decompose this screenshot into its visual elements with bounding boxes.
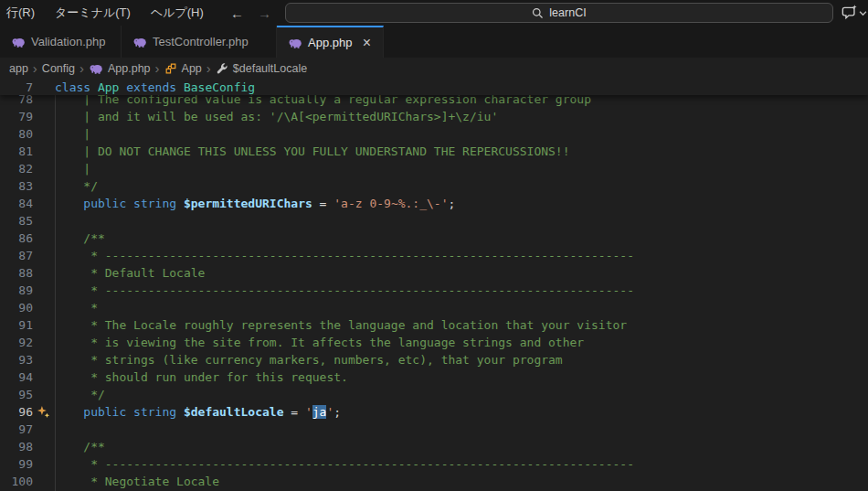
sticky-line-number: 7 (0, 80, 33, 95)
sparkle-icon[interactable] (33, 403, 55, 421)
code-line-text: * --------------------------------------… (55, 247, 634, 264)
code-line-82[interactable]: 82 | (0, 160, 868, 177)
code-line-text: /** (55, 438, 105, 455)
line-number: 91 (0, 316, 33, 334)
line-number: 94 (0, 368, 33, 386)
code-line-text: | (55, 125, 90, 143)
search-box[interactable]: learnCI (285, 3, 833, 23)
code-line-95[interactable]: 95 */ (0, 386, 868, 403)
php-file-icon (132, 35, 147, 49)
code-line-87[interactable]: 87 * -----------------------------------… (0, 247, 868, 264)
php-file-icon (11, 35, 26, 49)
tab-close-icon[interactable]: × (362, 36, 372, 50)
code-line-88[interactable]: 88 * Default Locale (0, 264, 868, 282)
history-navigation: ← → (230, 0, 271, 26)
code-line-86[interactable]: 86 /** (0, 229, 868, 247)
php-file-icon (89, 61, 103, 76)
code-line-text: public string $defaultLocale = 'ja'; (55, 403, 341, 421)
breadcrumb-separator: › (206, 63, 211, 74)
line-number: 87 (0, 247, 33, 264)
breadcrumb-item-$defaultLocale[interactable]: $defaultLocale (216, 62, 307, 75)
line-number: 83 (0, 177, 33, 195)
vscode-window: 行(R)ターミナル(T)ヘルプ(H) ← → learnCI Validatio… (0, 0, 868, 491)
breadcrumb-label: App.php (108, 62, 151, 75)
tab-TestController.php[interactable]: TestController.php (122, 26, 277, 58)
code-line-text: | and it will be used as: '/\A[<permitte… (55, 108, 498, 125)
breadcrumb-item-App[interactable]: App (164, 62, 202, 75)
line-number: 99 (0, 455, 33, 473)
code-line-92[interactable]: 92 * is viewing the site from. It affect… (0, 334, 868, 351)
titlebar: 行(R)ターミナル(T)ヘルプ(H) ← → learnCI (0, 0, 868, 26)
menu-bar: 行(R)ターミナル(T)ヘルプ(H) (0, 0, 214, 26)
forward-arrow-button[interactable]: → (258, 5, 271, 21)
breadcrumb-separator: › (155, 63, 160, 74)
code-line-text: */ (55, 386, 105, 403)
code-line-99[interactable]: 99 * -----------------------------------… (0, 455, 868, 473)
menu-item-ターミナル(T)[interactable]: ターミナル(T) (45, 0, 141, 26)
line-number: 89 (0, 282, 33, 299)
code-editor[interactable]: 78 | The configured value is actually a … (0, 80, 868, 491)
code-line-94[interactable]: 94 * should run under for this request. (0, 368, 868, 386)
code-line-96[interactable]: 96 public string $defaultLocale = 'ja'; (0, 403, 868, 421)
breadcrumb-item-Config[interactable]: Config (42, 62, 75, 75)
line-number: 86 (0, 229, 33, 247)
code-line-text: | (55, 160, 90, 177)
chevron-down-icon[interactable] (859, 9, 867, 17)
code-line-text: * --------------------------------------… (55, 455, 634, 473)
line-number: 84 (0, 195, 33, 212)
tab-label: Validation.php (31, 35, 105, 48)
code-line-83[interactable]: 83 */ (0, 177, 868, 195)
line-number: 93 (0, 351, 33, 368)
code-line-79[interactable]: 79 | and it will be used as: '/\A[<permi… (0, 108, 868, 125)
breadcrumb-item-app[interactable]: app (9, 62, 28, 75)
breadcrumb-item-App.php[interactable]: App.php (89, 61, 151, 76)
code-line-100[interactable]: 100 * Negotiate Locale (0, 473, 868, 490)
code-line-text: /** (55, 229, 105, 247)
code-line-text: * Negotiate Locale (55, 473, 219, 490)
code-line-text: * --------------------------------------… (55, 282, 634, 299)
code-line-91[interactable]: 91 * The Locale roughly represents the l… (0, 316, 868, 334)
tab-App.php[interactable]: App.php× (277, 26, 384, 58)
code-line-93[interactable]: 93 * strings (like currency markers, num… (0, 351, 868, 368)
code-line-80[interactable]: 80 | (0, 125, 868, 143)
search-icon (532, 7, 544, 19)
tab-label: App.php (308, 36, 352, 49)
menu-item-行(R)[interactable]: 行(R) (0, 0, 45, 26)
breadcrumb-label: App (182, 62, 202, 75)
code-line-81[interactable]: 81 | DO NOT CHANGE THIS UNLESS YOU FULLY… (0, 143, 868, 160)
line-number: 90 (0, 299, 33, 316)
tab-Validation.php[interactable]: Validation.php (0, 26, 122, 58)
line-number: 80 (0, 125, 33, 143)
code-line-90[interactable]: 90 * (0, 299, 868, 316)
back-arrow-button[interactable]: ← (230, 5, 244, 21)
code-line-text: */ (55, 177, 98, 195)
sticky-line-text: class App extends BaseConfig (55, 80, 255, 95)
breadcrumb: app›Config›App.php›App›$defaultLocale (0, 58, 868, 80)
sticky-scroll-line[interactable]: 7 class App extends BaseConfig (0, 80, 868, 95)
line-number: 97 (0, 421, 33, 438)
line-number: 92 (0, 334, 33, 351)
code-line-text: * should run under for this request. (55, 368, 348, 386)
line-number: 82 (0, 160, 33, 177)
php-file-icon (288, 36, 302, 50)
code-line-text: * The Locale roughly represents the lang… (55, 316, 627, 334)
breadcrumb-label: Config (42, 62, 75, 75)
code-line-85[interactable]: 85 (0, 212, 868, 229)
menu-item-ヘルプ(H)[interactable]: ヘルプ(H) (141, 0, 214, 26)
symbol-property-icon (216, 62, 228, 75)
line-number: 98 (0, 438, 33, 455)
code-line-84[interactable]: 84 public string $permittedURIChars = 'a… (0, 195, 868, 212)
copilot-chat-icon[interactable] (842, 5, 858, 21)
code-line-text: public string $permittedURIChars = 'a-z … (55, 195, 455, 212)
tab-bar: Validation.phpTestController.phpApp.php× (0, 26, 868, 58)
symbol-class-icon (164, 62, 177, 75)
code-line-97[interactable]: 97 (0, 421, 868, 438)
code-line-text: * is viewing the site from. It affects t… (55, 334, 584, 351)
tab-label: TestController.php (153, 35, 249, 48)
code-line-98[interactable]: 98 /** (0, 438, 868, 455)
line-number: 79 (0, 108, 33, 125)
line-number: 81 (0, 143, 33, 160)
code-line-89[interactable]: 89 * -----------------------------------… (0, 282, 868, 299)
line-number: 100 (0, 473, 33, 490)
breadcrumb-separator: › (79, 63, 84, 74)
